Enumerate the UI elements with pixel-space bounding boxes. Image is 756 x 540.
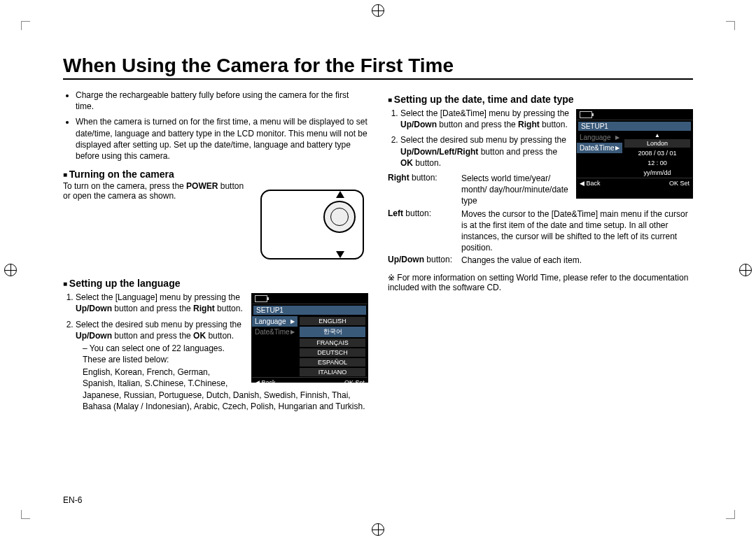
registration-mark-icon [4, 264, 17, 276]
worldtime-note: For more information on setting World Ti… [388, 273, 693, 292]
intro-bullet: When the camera is turned on for the fir… [76, 116, 368, 162]
heading-language: Setting up the language [63, 278, 368, 289]
page-number: EN-6 [63, 495, 82, 505]
intro-bullets: Charge the rechargeable battery fully be… [63, 90, 368, 162]
battery-icon [580, 111, 592, 118]
intro-bullet: Charge the rechargeable battery fully be… [76, 90, 368, 112]
arrow-down-icon [336, 251, 344, 258]
registration-mark-icon [372, 523, 384, 536]
lcd-language-screenshot: SETUP1 Language▶ Date&Time▶ ENGLISH 한국어 … [251, 293, 368, 383]
registration-mark-icon [372, 4, 384, 17]
registration-mark-icon [739, 264, 752, 276]
battery-icon [255, 295, 267, 302]
heading-datetime: Setting up the date, time and date type [388, 94, 693, 105]
heading-turning-on: Turning on the camera [63, 169, 368, 180]
camera-illustration [256, 183, 368, 267]
page-title: When Using the Camera for the First Time [63, 55, 693, 80]
lcd-datetime-screenshot: SETUP1 Language▶ Date&Time▶ ▲ London 200… [576, 109, 693, 199]
arrow-up-icon [336, 191, 344, 198]
